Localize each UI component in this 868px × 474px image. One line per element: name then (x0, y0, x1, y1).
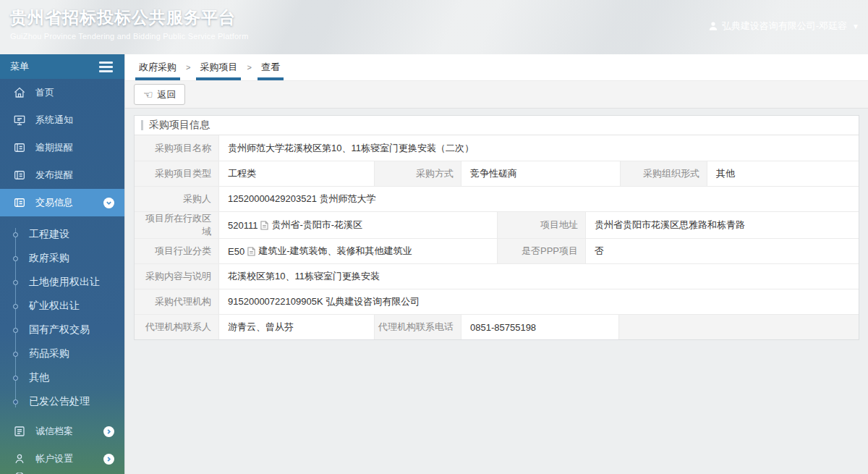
sidebar-item-label: 诚信档案 (35, 425, 73, 438)
home-icon (13, 86, 26, 99)
project-info-panel: 采购项目信息 采购项目名称 贵州师范大学花溪校区第10、11栋寝室门更换安装（二… (134, 115, 859, 340)
region-text: 贵州省-贵阳市-花溪区 (271, 219, 362, 232)
back-button[interactable]: ☜ 返回 (134, 84, 185, 105)
user-icon (708, 21, 718, 31)
user-name: 弘典建设咨询有限公司-邓廷容 (722, 20, 847, 33)
list-icon (13, 425, 26, 438)
sidebar-item-notifications[interactable]: 系统通知 (0, 106, 124, 134)
table-row: 项目所在行政区域 520111 贵州省-贵阳市-花溪区 项目地址 贵州省贵阳市花… (135, 211, 859, 238)
sidebar-item-publish-reminder[interactable]: 发布提醒 (0, 161, 124, 189)
sidebar-item-label: 系统通知 (35, 114, 73, 127)
field-label: 采购内容与说明 (135, 264, 218, 289)
field-value: 游青云、曾从芬 (218, 315, 374, 339)
submenu-item-mining-rights[interactable]: 矿业权出让 (0, 294, 124, 318)
table-row: 采购代理机构 91520000722109905K 弘典建设咨询有限公司 (135, 289, 859, 314)
submenu-item-drug-procurement[interactable]: 药品采购 (0, 342, 124, 365)
app-title: 贵州省招标投标公共服务平台 (10, 7, 249, 29)
field-value: 91520000722109905K 弘典建设咨询有限公司 (218, 289, 859, 314)
submenu-item-gov-procurement[interactable]: 政府采购 (0, 246, 124, 270)
field-label: 代理机构联系电话 (374, 315, 461, 339)
sidebar-item-label: 交易信息 (35, 196, 73, 209)
panel-title: 采购项目信息 (149, 119, 210, 132)
field-value: 竞争性磋商 (461, 161, 620, 186)
field-label: 代理机构联系人 (135, 315, 218, 339)
field-value: 12520000429203521 贵州师范大学 (218, 187, 859, 211)
field-value: 0851-85755198 (461, 315, 618, 339)
field-label: 采购组织形式 (620, 161, 707, 186)
sidebar-item-label: 首页 (35, 86, 54, 99)
field-value: 520111 贵州省-贵阳市-花溪区 (218, 212, 497, 238)
chevron-right-icon (103, 454, 114, 465)
industry-text: 建筑业-建筑装饰、装修和其他建筑业 (258, 245, 412, 258)
caret-down-icon: ▼ (852, 22, 859, 30)
field-value: 花溪校区第10、11栋寝室门更换安装 (218, 264, 859, 289)
sidebar-item-label: 发布提醒 (35, 169, 73, 182)
brand: 贵州省招标投标公共服务平台 GuiZhou Province Tendering… (10, 7, 249, 41)
table-row: 项目行业分类 E50 建筑业-建筑装饰、装修和其他建筑业 是否PPP项目 否 (135, 238, 859, 263)
notebook-icon (13, 196, 26, 209)
field-value: 其他 (707, 161, 859, 186)
app-header: 贵州省招标投标公共服务平台 GuiZhou Province Tendering… (0, 0, 868, 54)
field-label: 是否PPP项目 (497, 239, 585, 263)
field-label: 项目所在行政区域 (135, 212, 218, 238)
menu-title: 菜单 (10, 60, 29, 73)
sidebar: 菜单 首页 系统通知 逾期提醒 发布提醒 交易信息 工 (0, 54, 124, 474)
notebook-icon (13, 141, 26, 154)
chevron-right-icon (103, 426, 114, 437)
table-row: 代理机构联系人 游青云、曾从芬 代理机构联系电话 0851-85755198 (135, 314, 859, 339)
breadcrumb-separator: > (247, 54, 251, 80)
notebook-icon (13, 169, 26, 182)
monitor-icon (13, 114, 26, 127)
field-label: 采购项目名称 (135, 135, 218, 161)
sidebar-item-account-settings[interactable]: 帐户设置 (0, 445, 124, 473)
sidebar-item-label: 逾期提醒 (35, 141, 73, 154)
back-hand-icon: ☜ (143, 89, 153, 100)
breadcrumb: 政府采购 > 采购项目 > 查看 (125, 54, 868, 80)
field-label: 项目地址 (497, 212, 585, 238)
breadcrumb-gov-procurement[interactable]: 政府采购 (135, 54, 180, 80)
empty-cell (618, 315, 859, 339)
field-label: 采购方式 (374, 161, 461, 186)
sidebar-item-trade-info[interactable]: 交易信息 (0, 189, 124, 216)
field-value: E50 建筑业-建筑装饰、装修和其他建筑业 (218, 239, 497, 263)
table-row: 采购项目类型 工程类 采购方式 竞争性磋商 采购组织形式 其他 (135, 161, 859, 186)
sidebar-item-credit-archive[interactable]: 诚信档案 (0, 418, 124, 445)
document-icon (247, 247, 255, 256)
content-area: 采购项目信息 采购项目名称 贵州师范大学花溪校区第10、11栋寝室门更换安装（二… (125, 109, 868, 347)
user-menu[interactable]: 弘典建设咨询有限公司-邓廷容 ▼ (708, 20, 859, 33)
field-label: 采购代理机构 (135, 289, 218, 314)
field-value: 贵州师范大学花溪校区第10、11栋寝室门更换安装（二次） (218, 135, 859, 161)
table-row: 采购内容与说明 花溪校区第10、11栋寝室门更换安装 (135, 263, 859, 289)
table-row: 采购人 12520000429203521 贵州师范大学 (135, 186, 859, 211)
back-button-label: 返回 (157, 88, 176, 101)
field-label: 采购人 (135, 187, 218, 211)
sidebar-header: 菜单 (0, 54, 124, 79)
sidebar-item-label: 帐户设置 (35, 452, 73, 465)
submenu-item-published-notices[interactable]: 已发公告处理 (0, 389, 124, 413)
trade-info-submenu: 工程建设 政府采购 土地使用权出让 矿业权出让 国有产权交易 药品采购 其他 已… (0, 216, 124, 418)
toolbar: ☜ 返回 (125, 80, 868, 109)
breadcrumb-view[interactable]: 查看 (258, 54, 284, 80)
document-icon (260, 221, 268, 230)
panel-title-row: 采购项目信息 (135, 116, 859, 135)
field-label: 项目行业分类 (135, 239, 218, 263)
breadcrumb-separator: > (186, 54, 190, 80)
field-value: 贵州省贵阳市花溪区思雅路和栋青路 (585, 212, 859, 238)
main-area: 政府采购 > 采购项目 > 查看 ☜ 返回 采购项目信息 采购项目名称 贵州师范… (124, 54, 868, 474)
title-bar-accent (141, 120, 143, 130)
hamburger-icon[interactable] (99, 62, 113, 72)
region-code: 520111 (228, 220, 258, 231)
submenu-item-state-property[interactable]: 国有产权交易 (0, 318, 124, 342)
submenu-item-other[interactable]: 其他 (0, 365, 124, 389)
sidebar-item-overdue-reminder[interactable]: 逾期提醒 (0, 134, 124, 161)
sidebar-item-home[interactable]: 首页 (0, 79, 124, 106)
breadcrumb-procurement-project[interactable]: 采购项目 (196, 54, 241, 80)
submenu-item-engineering[interactable]: 工程建设 (0, 222, 124, 246)
field-value: 否 (585, 239, 859, 263)
user-icon (13, 452, 26, 465)
submenu-item-land-use[interactable]: 土地使用权出让 (0, 270, 124, 294)
chevron-down-icon (103, 198, 114, 208)
app-subtitle: GuiZhou Province Tendering and Bidding P… (10, 32, 249, 41)
table-row: 采购项目名称 贵州师范大学花溪校区第10、11栋寝室门更换安装（二次） (135, 135, 859, 161)
industry-code: E50 (228, 246, 244, 257)
